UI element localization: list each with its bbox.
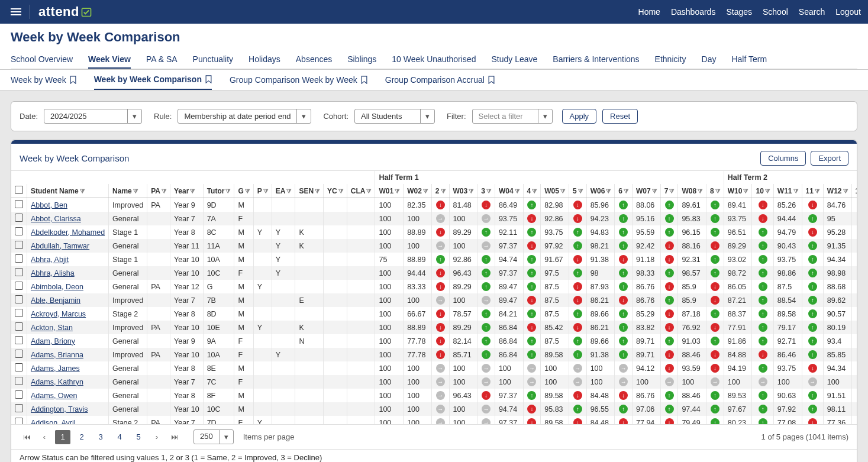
row-checkbox[interactable] [15,336,23,344]
page-number[interactable]: 4 [112,430,127,444]
col-header[interactable] [11,184,27,198]
tab-week-view[interactable]: Week View [88,51,131,69]
col-header[interactable]: Student Name⧩ [27,184,109,198]
tab-school-overview[interactable]: School Overview [11,51,73,69]
chevron-down-icon[interactable]: ▾ [127,109,141,123]
table-scroll[interactable]: Half Term 1Half Term 2 Student Name⧩Name… [11,170,857,425]
filter-icon[interactable]: ⧩ [515,188,519,195]
row-checkbox[interactable] [15,377,23,385]
page-number[interactable]: 5 [131,430,146,444]
student-link[interactable]: Adams, James [31,364,80,373]
filter-icon[interactable]: ⧩ [133,188,138,195]
student-link[interactable]: Able, Benjamin [31,296,80,305]
col-header[interactable]: W02⧩ [404,184,432,198]
topnav-link[interactable]: Home [638,7,660,17]
tab-siblings[interactable]: Siblings [347,51,376,69]
row-checkbox[interactable] [15,241,23,249]
student-link[interactable]: Ackton, Stan [31,324,73,332]
page-number[interactable]: 2 [74,430,89,444]
student-link[interactable]: Adams, Owen [31,392,78,400]
filter-icon[interactable]: ⧩ [263,188,268,195]
filter-icon[interactable]: ⧩ [441,188,446,195]
bookmark-icon[interactable] [70,76,76,84]
row-checkbox[interactable] [15,227,23,235]
student-link[interactable]: Abdullah, Tamwar [31,242,89,250]
col-header[interactable]: W07⧩ [633,184,661,198]
filter-icon[interactable]: ⧩ [815,188,819,195]
page-size-select[interactable]: 250 ▾ [193,429,234,444]
filter-icon[interactable]: ⧩ [80,188,85,195]
topnav-link[interactable]: Dashboards [671,7,716,17]
filter-icon[interactable]: ⧩ [486,188,491,195]
col-header[interactable]: W11⧩ [773,184,802,198]
col-header[interactable]: W03⧩ [449,184,477,198]
student-link[interactable]: Adams, Kathryn [31,378,83,386]
filter-icon[interactable]: ⧩ [532,188,537,195]
col-header[interactable]: 7⧩ [660,184,678,198]
filter-icon[interactable]: ⧩ [765,188,770,195]
filter-icon[interactable]: ⧩ [190,188,195,195]
col-header[interactable]: 8⧩ [706,184,724,198]
filter-select[interactable]: Select a filter ▾ [472,109,553,124]
filter-icon[interactable]: ⧩ [315,188,320,195]
row-checkbox[interactable] [15,363,23,371]
filter-icon[interactable]: ⧩ [225,188,230,195]
col-header[interactable]: W01⧩ [375,184,404,198]
student-link[interactable]: Adam, Briony [31,337,75,345]
subtab-week-by-week-comparison[interactable]: Week by Week Comparison [94,70,212,90]
topnav-link[interactable]: School [763,7,788,17]
col-header[interactable]: G⧩ [234,184,253,198]
col-header[interactable]: 4⧩ [523,184,541,198]
student-link[interactable]: Adams, Brianna [31,351,83,359]
col-header[interactable]: EA⧩ [272,184,295,198]
bookmark-icon[interactable] [205,75,212,83]
topnav-link[interactable]: Stages [726,7,752,17]
row-checkbox[interactable] [15,350,23,358]
filter-icon[interactable]: ⧩ [560,188,565,195]
student-link[interactable]: Abdelkoder, Mohamed [31,228,105,237]
filter-icon[interactable]: ⧩ [624,188,628,195]
bookmark-icon[interactable] [361,76,367,84]
row-checkbox[interactable] [15,322,23,331]
filter-icon[interactable]: ⧩ [395,188,399,195]
tab-barriers-interventions[interactable]: Barriers & Interventions [553,51,639,69]
col-header[interactable]: Tutor⧩ [203,184,234,198]
student-link[interactable]: Ackroyd, Marcus [31,310,86,318]
filter-icon[interactable]: ⧩ [652,188,657,195]
columns-button[interactable]: Columns [760,151,806,166]
chevron-down-icon[interactable]: ▾ [219,430,233,444]
col-header[interactable]: 6⧩ [615,184,633,198]
col-header[interactable]: W06⧩ [586,184,615,198]
row-checkbox[interactable] [15,418,23,425]
row-checkbox[interactable] [15,214,23,222]
col-header[interactable]: P⧩ [253,184,272,198]
tab-ethnicity[interactable]: Ethnicity [655,51,686,69]
col-header[interactable]: W12⧩ [823,184,851,198]
col-header[interactable]: W10⧩ [724,184,752,198]
filter-icon[interactable]: ⧩ [578,188,583,195]
filter-icon[interactable]: ⧩ [698,188,702,195]
col-header[interactable]: PA⧩ [147,184,170,198]
tab-study-leave[interactable]: Study Leave [491,51,537,69]
last-page-icon[interactable]: ⏭ [167,430,182,444]
row-checkbox[interactable] [15,295,23,303]
row-checkbox[interactable] [15,200,23,208]
row-checkbox[interactable] [15,404,23,412]
bookmark-icon[interactable] [488,76,495,84]
row-checkbox[interactable] [15,268,23,276]
col-header[interactable]: 12⧩ [851,184,857,198]
chevron-down-icon[interactable]: ▾ [296,109,311,123]
student-link[interactable]: Abhra, Abjit [31,256,69,264]
filter-icon[interactable]: ⧩ [715,188,720,195]
filter-icon[interactable]: ⧩ [469,188,473,195]
student-link[interactable]: Abhra, Alisha [31,269,75,277]
col-header[interactable]: Year⧩ [170,184,203,198]
tab-half-term[interactable]: Half Term [731,51,767,69]
filter-icon[interactable]: ⧩ [606,188,611,195]
tab-holidays[interactable]: Holidays [249,51,280,69]
page-number[interactable]: 3 [93,430,108,444]
first-page-icon[interactable]: ⏮ [20,430,34,444]
filter-icon[interactable]: ⧩ [793,188,798,195]
col-header[interactable]: YC⧩ [324,184,347,198]
hamburger-menu-icon[interactable] [7,5,30,19]
